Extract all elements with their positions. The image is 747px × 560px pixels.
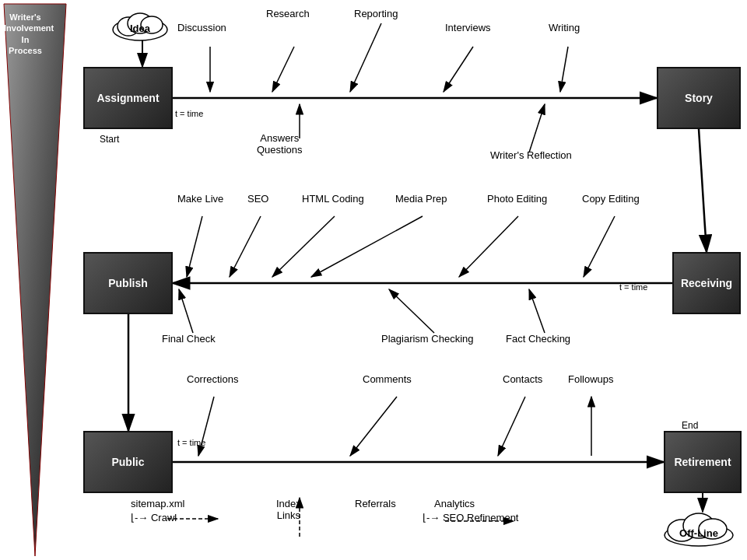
analytics-label: Analytics (434, 498, 475, 509)
svg-text:Idea: Idea (130, 23, 151, 34)
corrections-label: Corrections (187, 373, 238, 385)
sitemap-label: sitemap.xml (131, 498, 184, 509)
start-label: Start (100, 134, 119, 145)
diagram: Writer's Involvement In Process (0, 0, 747, 560)
final-check-label: Final Check (162, 333, 216, 345)
comments-label: Comments (363, 373, 412, 385)
public-box: Public (83, 431, 173, 493)
svg-line-12 (350, 23, 381, 92)
idea-cloud: Idea (109, 6, 171, 44)
svg-line-20 (311, 216, 423, 277)
writing-label: Writing (549, 22, 580, 33)
publish-box: Publish (83, 252, 173, 314)
svg-line-19 (272, 216, 335, 277)
svg-text:Off-Line: Off-Line (679, 527, 718, 539)
html-coding-label: HTML Coding (302, 193, 364, 205)
assignment-box: Assignment (83, 67, 173, 129)
followups-label: Followups (568, 373, 614, 385)
receiving-box: Receiving (672, 252, 741, 314)
svg-line-22 (584, 216, 615, 277)
discussion-label: Discussion (177, 22, 226, 33)
svg-line-28 (498, 397, 525, 456)
svg-line-11 (272, 47, 294, 92)
svg-line-17 (187, 216, 202, 277)
reporting-label: Reporting (354, 8, 398, 19)
seo-refinement-label: ⌊-→ SEO Refinement (423, 512, 519, 523)
copy-editing-label: Copy Editing (582, 193, 640, 205)
referrals-label: Referrals (355, 498, 396, 509)
answers-questions-label: AnswersQuestions (257, 132, 303, 156)
svg-line-27 (350, 397, 397, 456)
plagiarism-checking-label: Plagiarism Checking (381, 333, 474, 345)
triangle-label: Writer's Involvement In Process (4, 12, 47, 56)
index-links-label: IndexLinks (276, 498, 301, 521)
svg-line-13 (444, 47, 473, 92)
offline-cloud: Off-Line (660, 506, 738, 551)
writers-reflection-label: Writer's Reflection (490, 149, 572, 161)
make-live-label: Make Live (177, 193, 223, 205)
story-box: Story (657, 67, 741, 129)
svg-line-23 (179, 289, 193, 333)
t-time-3-label: t = time (177, 438, 205, 447)
retirement-box: Retirement (664, 431, 742, 493)
svg-line-14 (560, 47, 568, 92)
fact-checking-label: Fact Checking (506, 333, 570, 345)
crawl-label: ⌊-→ Crawl (131, 512, 177, 523)
contacts-label: Contacts (503, 373, 542, 385)
svg-line-16 (529, 104, 545, 152)
interviews-label: Interviews (445, 22, 491, 33)
research-label: Research (266, 8, 310, 19)
svg-line-24 (389, 289, 434, 333)
svg-line-18 (230, 216, 261, 277)
photo-editing-label: Photo Editing (487, 193, 547, 205)
svg-line-25 (529, 289, 545, 333)
t-time-1-label: t = time (175, 109, 203, 118)
svg-line-4 (699, 129, 707, 252)
end-label: End (682, 420, 698, 431)
svg-line-21 (459, 216, 518, 277)
t-time-2-label: t = time (619, 282, 647, 292)
seo-label: SEO (247, 193, 268, 205)
media-prep-label: Media Prep (395, 193, 447, 205)
